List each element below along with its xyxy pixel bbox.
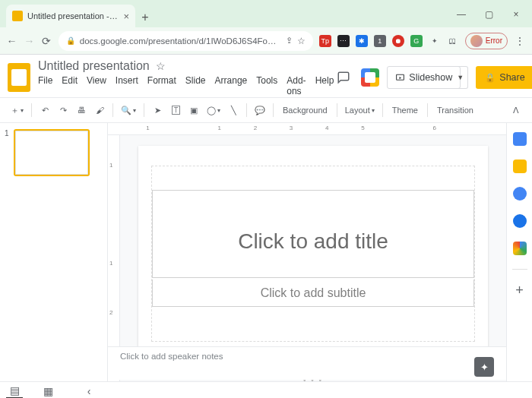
- undo-button[interactable]: ↶: [36, 102, 53, 118]
- maximize-button[interactable]: ▢: [476, 6, 502, 23]
- meet-icon[interactable]: [361, 68, 379, 87]
- grid-view-icon[interactable]: ▦: [40, 384, 56, 399]
- ruler-tick: 1: [109, 161, 112, 168]
- canvas[interactable]: Click to add title Click to add subtitle…: [120, 135, 506, 381]
- browser-tab[interactable]: Untitled presentation - Google S ×: [6, 5, 135, 27]
- url-text: docs.google.com/presentation/d/1IWoD6J6S…: [80, 36, 281, 46]
- menu-file[interactable]: File: [38, 75, 52, 96]
- reload-button[interactable]: ⟳: [41, 33, 52, 49]
- share-button[interactable]: 🔒 Share: [476, 66, 532, 89]
- shape-tool[interactable]: ◯▾: [204, 106, 223, 115]
- slide-number: 1: [5, 129, 11, 176]
- star-icon[interactable]: ☆: [156, 60, 166, 72]
- ext-icon-3[interactable]: ✱: [356, 35, 368, 47]
- share-url-icon[interactable]: ⇪: [286, 36, 293, 46]
- forward-button[interactable]: →: [24, 33, 35, 49]
- new-tab-button[interactable]: +: [135, 8, 155, 27]
- ruler-tick: 1: [217, 125, 220, 131]
- line-tool[interactable]: ╲: [225, 102, 242, 118]
- collapse-toolbar-icon[interactable]: ᐱ: [508, 102, 524, 118]
- close-window-button[interactable]: ×: [503, 6, 529, 23]
- paint-format-button[interactable]: 🖌: [91, 102, 108, 118]
- app-header: Untitled presentation ☆ File Edit View I…: [0, 55, 532, 96]
- new-slide-button[interactable]: ＋▾: [8, 105, 27, 116]
- ruler-tick: 5: [361, 125, 364, 131]
- title-placeholder-text: Click to add title: [238, 229, 388, 254]
- transition-button[interactable]: Transition: [432, 106, 478, 115]
- menu-edit[interactable]: Edit: [62, 75, 78, 96]
- collapse-footer-icon[interactable]: ‹: [81, 384, 97, 399]
- browser-toolbar: ← → ⟳ 🔒 docs.google.com/presentation/d/1…: [0, 27, 532, 55]
- menu-help[interactable]: Help: [315, 75, 334, 96]
- toolbar: ＋▾ ↶ ↷ 🖶 🖌 🔍▾ ➤ 🅃 ▣ ◯▾ ╲ 💬 Background La…: [0, 97, 532, 123]
- menu-insert[interactable]: Insert: [116, 75, 138, 96]
- menu-arrange[interactable]: Arrange: [215, 75, 248, 96]
- add-addon-icon[interactable]: +: [513, 283, 527, 297]
- ruler-tick: 4: [325, 125, 328, 131]
- ext-icon-2[interactable]: ⋯: [337, 35, 350, 47]
- theme-button[interactable]: Theme: [388, 106, 423, 115]
- ext-icon-1[interactable]: Tp: [319, 35, 331, 47]
- comment-button[interactable]: 💬: [252, 102, 268, 118]
- browser-tab-strip: Untitled presentation - Google S × + — ▢…: [0, 0, 532, 27]
- tasks-icon[interactable]: [513, 187, 527, 201]
- explore-button[interactable]: ✦: [474, 357, 494, 377]
- profile-label: Error: [486, 36, 502, 45]
- slide-panel: 1: [0, 123, 108, 381]
- canvas-area: 1 1 2 3 4 5 6 1 1 2 Click to add title C…: [108, 123, 506, 381]
- slideshow-button[interactable]: Slideshow: [387, 66, 461, 89]
- rail-divider: [512, 269, 527, 270]
- menu-addons[interactable]: Add-ons: [287, 75, 306, 96]
- slide-thumbnail[interactable]: [14, 129, 90, 176]
- ruler-vertical: 1 1 2: [108, 135, 120, 381]
- slides-logo[interactable]: [8, 63, 30, 92]
- ruler-tick: 2: [109, 309, 112, 316]
- back-button[interactable]: ←: [6, 33, 17, 49]
- print-button[interactable]: 🖶: [73, 102, 90, 118]
- close-tab-icon[interactable]: ×: [123, 11, 129, 22]
- menu-view[interactable]: View: [87, 75, 106, 96]
- title-placeholder[interactable]: Click to add title: [152, 190, 474, 278]
- select-tool[interactable]: ➤: [149, 102, 166, 118]
- ext-icon-6[interactable]: G: [410, 35, 423, 47]
- ruler-tick: 3: [290, 125, 293, 131]
- contacts-icon[interactable]: [513, 214, 527, 228]
- subtitle-placeholder[interactable]: Click to add subtitle: [152, 280, 474, 307]
- ext-icon-5[interactable]: ⏺: [392, 35, 404, 47]
- slideshow-dropdown[interactable]: ▼: [453, 66, 468, 89]
- image-tool[interactable]: ▣: [185, 102, 202, 118]
- zoom-button[interactable]: 🔍▾: [118, 106, 139, 115]
- ruler-tick: 1: [146, 125, 149, 131]
- ext-icon-4[interactable]: 1: [374, 35, 386, 47]
- menu-format[interactable]: Format: [147, 75, 176, 96]
- extensions-menu-icon[interactable]: ✦: [429, 35, 441, 47]
- comments-icon[interactable]: [334, 68, 353, 87]
- calendar-icon[interactable]: [513, 132, 527, 146]
- speaker-notes-placeholder: Click to add speaker notes: [120, 352, 223, 375]
- menu-tools[interactable]: Tools: [256, 75, 277, 96]
- address-bar[interactable]: 🔒 docs.google.com/presentation/d/1IWoD6J…: [59, 31, 313, 51]
- slides-favicon: [12, 11, 23, 21]
- textbox-tool[interactable]: 🅃: [167, 102, 184, 118]
- layout-button[interactable]: Layout▾: [342, 106, 378, 115]
- redo-button[interactable]: ↷: [55, 102, 71, 118]
- slide-thumb-row[interactable]: 1: [5, 129, 103, 176]
- background-button[interactable]: Background: [278, 106, 332, 115]
- minimize-button[interactable]: —: [448, 6, 474, 23]
- keep-icon[interactable]: [513, 160, 527, 173]
- menu-slide[interactable]: Slide: [185, 75, 206, 96]
- speaker-notes[interactable]: Click to add speaker notes ✦: [108, 346, 506, 380]
- document-title[interactable]: Untitled presentation: [38, 59, 150, 73]
- browser-menu-icon[interactable]: ⋮: [514, 35, 526, 47]
- maps-icon[interactable]: [513, 242, 527, 255]
- share-label: Share: [499, 72, 524, 83]
- workspace: 1 1 1 2 3 4 5 6 1 1 2 Click to add title: [0, 123, 532, 381]
- slide[interactable]: Click to add title Click to add subtitle: [138, 146, 488, 362]
- reading-list-icon[interactable]: 🕮: [447, 35, 459, 47]
- side-panel-rail: +: [506, 123, 532, 381]
- profile-chip[interactable]: Error: [465, 33, 508, 49]
- filmstrip-view-icon[interactable]: ▤: [6, 384, 23, 399]
- layout-label: Layout: [345, 106, 370, 115]
- bookmark-icon[interactable]: ☆: [297, 36, 306, 46]
- profile-avatar-icon: [470, 35, 483, 47]
